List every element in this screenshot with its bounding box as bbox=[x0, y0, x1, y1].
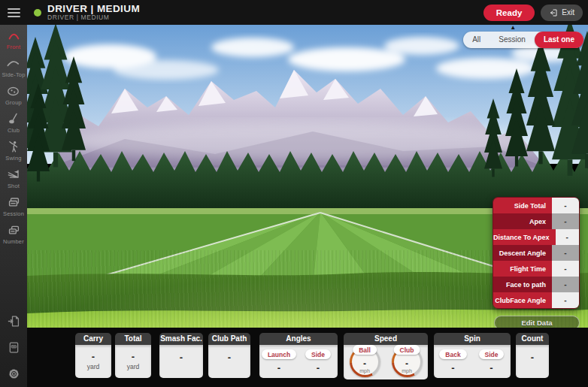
number-cards-icon bbox=[7, 223, 21, 237]
page-subtitle: DRIVER | MEDIUM bbox=[47, 14, 140, 22]
stat-card-speed: Speed Ball - mph Club - mph bbox=[344, 333, 428, 379]
sidebar-item-session[interactable]: Session bbox=[3, 195, 24, 217]
shot-data-value: - bbox=[552, 213, 579, 229]
filter-option-session[interactable]: Session bbox=[489, 32, 535, 48]
manual-book-icon[interactable] bbox=[0, 340, 27, 355]
golf-simulator-app: DRIVER | MEDIUM DRIVER | MEDIUM Ready Ex… bbox=[0, 0, 588, 387]
filter-option-last-one[interactable]: Last one bbox=[535, 32, 583, 48]
stat-card-count: Count - bbox=[516, 333, 549, 378]
shot-data-row: Face to path - bbox=[493, 277, 579, 292]
settings-gear-icon[interactable] bbox=[0, 367, 27, 381]
stat-value: - bbox=[451, 364, 454, 373]
shot-data-row: Descent Angle - bbox=[493, 245, 579, 261]
stat-card-title: Club Path bbox=[208, 333, 250, 345]
stat-card-spin: Spin Back - Side - bbox=[434, 333, 511, 378]
club-speed-gauge: Club - mph bbox=[392, 346, 423, 377]
stat-card-club-path: Club Path - bbox=[208, 333, 250, 378]
shot-data-value: - bbox=[556, 229, 579, 245]
stat-card-title: Count bbox=[516, 333, 549, 345]
shot-data-value: - bbox=[552, 261, 579, 277]
course-view: ▲ All Session Last one Side Total - Apex… bbox=[27, 25, 588, 333]
top-bar: DRIVER | MEDIUM DRIVER | MEDIUM Ready Ex… bbox=[0, 0, 588, 25]
stat-card-angles: Angles Launch - Side - bbox=[259, 333, 338, 378]
sidebar-item-number[interactable]: Number bbox=[3, 223, 24, 245]
stats-bar: Carry - yard Total - yard Smash Fac. - bbox=[27, 328, 588, 387]
main-stage: ▲ All Session Last one Side Total - Apex… bbox=[27, 25, 588, 387]
stat-unit: yard bbox=[127, 363, 140, 370]
ball-speed-gauge: Ball - mph bbox=[350, 346, 380, 377]
stat-card-title: Angles bbox=[259, 333, 338, 345]
sidebar-item-shot[interactable]: Shot bbox=[7, 168, 21, 189]
stat-value: - bbox=[317, 364, 320, 373]
shot-data-value: - bbox=[552, 292, 579, 308]
ready-button[interactable]: Ready bbox=[483, 5, 535, 21]
stat-value: - bbox=[489, 364, 493, 373]
stat-card-title: Carry bbox=[75, 333, 111, 345]
stat-unit: mph bbox=[392, 368, 423, 373]
shot-data-value: - bbox=[552, 245, 579, 261]
sidebar-item-swing[interactable]: Swing bbox=[5, 140, 21, 162]
logout-door-icon bbox=[549, 8, 558, 17]
shot-data-row: Apex - bbox=[493, 213, 579, 229]
stat-card-title: Smash Fac. bbox=[159, 333, 203, 345]
sidebar-item-club[interactable]: Club bbox=[7, 112, 21, 134]
stat-value: - bbox=[228, 353, 231, 362]
stat-value: - bbox=[277, 364, 280, 373]
shot-data-value: - bbox=[552, 277, 579, 292]
page-title: DRIVER | MEDIUM bbox=[47, 3, 140, 15]
sub-stat-label: Back bbox=[439, 349, 466, 359]
sub-stat-label: Side bbox=[305, 349, 331, 359]
shot-data-row: Side Total - bbox=[493, 198, 579, 213]
shot-group-icon bbox=[6, 84, 20, 98]
filter-option-all[interactable]: All bbox=[463, 32, 489, 48]
exit-button[interactable]: Exit bbox=[541, 5, 583, 21]
sidebar-item-side-top[interactable]: Side-Top bbox=[2, 56, 25, 78]
stat-card-total: Total - yard bbox=[115, 333, 151, 378]
sidebar-item-group[interactable]: Group bbox=[5, 84, 22, 106]
hamburger-menu-icon[interactable] bbox=[0, 0, 27, 25]
sub-stat-label: Side bbox=[479, 349, 505, 359]
sub-stat-label: Launch bbox=[262, 349, 296, 359]
sub-stat-label: Club bbox=[394, 345, 420, 355]
sub-stat-label: Ball bbox=[353, 345, 377, 355]
shot-data-panel: Side Total - Apex - Distance To Apex - D… bbox=[493, 197, 580, 309]
shot-data-value: - bbox=[552, 198, 579, 213]
stat-value: - bbox=[350, 358, 380, 369]
shot-data-row: ClubFace Angle - bbox=[493, 292, 579, 308]
left-sidebar: Front Side-Top Group Club Swing bbox=[0, 25, 27, 387]
collapse-up-arrow-icon[interactable]: ▲ bbox=[510, 25, 516, 31]
shot-data-row: Flight Time - bbox=[493, 261, 579, 277]
shot-filter-bar: ▲ All Session Last one bbox=[463, 32, 583, 48]
stat-value: - bbox=[392, 358, 423, 369]
side-top-trajectory-icon bbox=[6, 56, 20, 71]
stat-value: - bbox=[92, 352, 95, 361]
stat-card-smash-factor: Smash Fac. - bbox=[159, 333, 203, 378]
stat-unit: mph bbox=[350, 368, 380, 373]
stat-card-title: Speed bbox=[344, 333, 428, 345]
stat-card-title: Total bbox=[115, 333, 151, 345]
import-data-icon[interactable] bbox=[0, 314, 27, 328]
sidebar-item-front[interactable]: Front bbox=[7, 29, 21, 50]
shot-data-row: Distance To Apex - bbox=[493, 229, 579, 245]
stat-unit: yard bbox=[87, 363, 100, 370]
green-status-dot bbox=[34, 9, 41, 17]
stat-value: - bbox=[531, 353, 534, 362]
front-trajectory-icon bbox=[7, 29, 21, 43]
session-cards-icon bbox=[7, 195, 21, 210]
stat-value: - bbox=[180, 353, 183, 362]
title-block: DRIVER | MEDIUM DRIVER | MEDIUM bbox=[47, 3, 140, 22]
shot-trace-flag-icon bbox=[7, 168, 21, 182]
golfer-swing-icon bbox=[7, 140, 21, 154]
stat-card-title: Spin bbox=[434, 333, 511, 345]
golf-club-icon bbox=[7, 112, 21, 126]
exit-button-label: Exit bbox=[562, 8, 574, 17]
stat-value: - bbox=[132, 352, 135, 361]
stat-card-carry: Carry - yard bbox=[75, 333, 111, 378]
